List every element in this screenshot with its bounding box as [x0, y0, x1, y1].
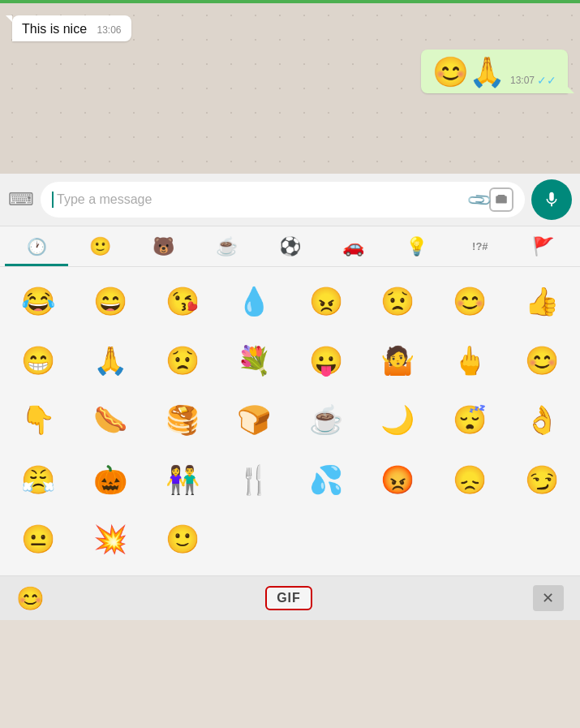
tab-objects[interactable]: 💡	[385, 226, 449, 266]
tab-smileys[interactable]: 🙂	[68, 226, 131, 266]
emoji-angry[interactable]: 😠	[291, 274, 362, 329]
emoji-coffee[interactable]: ☕	[291, 392, 362, 447]
emoji-grin[interactable]: 😁	[3, 333, 74, 388]
emoji-worried[interactable]: 😟	[363, 274, 433, 329]
emoji-smiling[interactable]: 😊	[506, 333, 577, 388]
emoji-fork-knife[interactable]: 🍴	[219, 452, 290, 507]
emoji-bouquet[interactable]: 💐	[219, 333, 290, 388]
tab-recent[interactable]: 🕐	[5, 226, 68, 266]
emoji-laughing-tears[interactable]: 😂	[3, 274, 74, 329]
outgoing-message-emojis: 😊🙏	[432, 58, 505, 87]
tab-flags[interactable]: 🚩	[512, 226, 575, 266]
tab-animals[interactable]: 🐻	[131, 226, 195, 266]
emoji-slight-smile[interactable]: 🙂	[147, 511, 217, 566]
tab-activities[interactable]: ⚽	[258, 226, 321, 266]
tab-food[interactable]: ☕	[195, 226, 258, 266]
message-input-wrap: 📎	[41, 182, 525, 218]
emoji-middle-finger[interactable]: 🖕	[435, 333, 505, 388]
tab-symbols[interactable]: !?#	[449, 226, 512, 266]
emoji-pumpkin[interactable]: 🎃	[75, 452, 146, 507]
emoji-bottom-bar: 😊 GIF ✕	[0, 575, 580, 620]
emoji-sleeping[interactable]: 😴	[435, 392, 505, 447]
outgoing-message: 😊🙏 13:07 ✓✓	[421, 50, 568, 93]
emoji-switch-button[interactable]: 😊	[16, 585, 45, 612]
incoming-message-time: 13:06	[97, 24, 121, 36]
incoming-message: This is nice 13:06	[12, 15, 131, 41]
emoji-thumbsup[interactable]: 👍	[506, 274, 577, 329]
delete-button[interactable]: ✕	[533, 585, 564, 611]
emoji-frown[interactable]: 😟	[147, 333, 217, 388]
mic-icon	[543, 191, 561, 209]
emoji-disappointed[interactable]: 😞	[435, 452, 505, 507]
mic-button[interactable]	[531, 179, 572, 220]
camera-button[interactable]	[489, 187, 513, 212]
emoji-bread[interactable]: 🍞	[219, 392, 290, 447]
emoji-collision[interactable]: 💥	[75, 511, 146, 566]
emoji-rage[interactable]: 😡	[363, 452, 433, 507]
double-tick-icon: ✓✓	[537, 74, 556, 87]
emoji-smile[interactable]: 😊	[435, 274, 505, 329]
emoji-smirk[interactable]: 😏	[506, 452, 577, 507]
emoji-neutral[interactable]: 😐	[3, 511, 74, 566]
incoming-message-text: This is nice	[22, 22, 87, 36]
emoji-sweat-drops[interactable]: 💦	[291, 452, 362, 507]
emoji-tongue-out[interactable]: 😛	[291, 333, 362, 388]
emoji-keyboard: 🕐 🙂 🐻 ☕ ⚽ 🚗 💡 !?# 🚩 😂 😄 😘 💧 😠 😟 😊 👍 😁 🙏 …	[0, 226, 580, 620]
outgoing-message-meta: 13:07 ✓✓	[510, 74, 556, 87]
outgoing-message-time: 13:07	[510, 75, 535, 86]
chat-area: This is nice 13:06 😊🙏 13:07 ✓✓	[0, 3, 580, 174]
text-cursor	[52, 192, 54, 208]
emoji-droplet[interactable]: 💧	[219, 274, 290, 329]
emoji-hotdog[interactable]: 🌭	[75, 392, 146, 447]
message-input[interactable]	[57, 192, 469, 207]
emoji-ok-hand[interactable]: 👌	[506, 392, 577, 447]
emoji-kiss-heart[interactable]: 😘	[147, 274, 217, 329]
emoji-tabs: 🕐 🙂 🐻 ☕ ⚽ 🚗 💡 !?# 🚩	[0, 226, 580, 267]
emoji-steam[interactable]: 😤	[3, 452, 74, 507]
tab-travel[interactable]: 🚗	[322, 226, 385, 266]
emoji-grid: 😂 😄 😘 💧 😠 😟 😊 👍 😁 🙏 😟 💐 😛 🤷 🖕 😊 👇 🌭 🥞 🍞 …	[0, 267, 580, 575]
delete-icon: ✕	[542, 589, 554, 607]
keyboard-icon[interactable]: ⌨	[8, 189, 34, 210]
emoji-crescent-moon[interactable]: 🌙	[363, 392, 433, 447]
emoji-pray[interactable]: 🙏	[75, 333, 146, 388]
emoji-thumbsdown[interactable]: 👇	[3, 392, 74, 447]
emoji-couple[interactable]: 👫	[147, 452, 217, 507]
gif-button[interactable]: GIF	[265, 586, 312, 610]
input-area: ⌨ 📎	[0, 174, 580, 226]
emoji-sweat-smile[interactable]: 😄	[75, 274, 146, 329]
emoji-pancakes[interactable]: 🥞	[147, 392, 217, 447]
emoji-shrug[interactable]: 🤷	[363, 333, 433, 388]
